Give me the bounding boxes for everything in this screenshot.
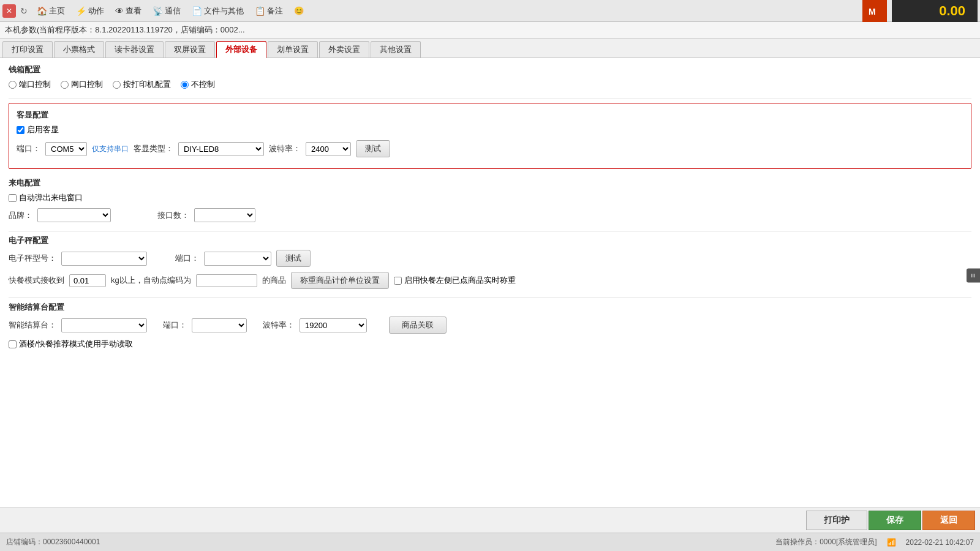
file-icon: 📄: [192, 6, 202, 16]
cashbox-printer-input[interactable]: [113, 81, 121, 89]
cashbox-title: 钱箱配置: [9, 64, 971, 75]
menu-smiley[interactable]: 😊: [289, 4, 309, 17]
cashbox-none-radio[interactable]: 不控制: [181, 79, 215, 90]
scale-config-row: 电子秤型号： 端口： 测试: [9, 250, 971, 267]
menu-main[interactable]: 🏠 主页: [32, 4, 70, 18]
auto-popup-input[interactable]: [9, 194, 17, 202]
fast-mode-code-input[interactable]: [196, 274, 257, 287]
right-side-tab[interactable]: ≡: [967, 268, 980, 282]
tab-cardreader[interactable]: 读卡器设置: [105, 41, 164, 58]
smart-checkout-baud-select[interactable]: 9600 19200 38400 115200: [300, 318, 367, 332]
divider-3: [9, 298, 971, 298]
brand-select[interactable]: [37, 208, 111, 222]
cashbox-none-input[interactable]: [181, 81, 189, 89]
footer-right-info: 当前操作员：0000[系统管理员] 📶 2022-02-21 10:42:07: [775, 537, 974, 547]
svg-text:M: M: [869, 7, 876, 17]
refresh-button[interactable]: ↻: [17, 4, 31, 18]
smart-checkout-device-label: 智能结算台：: [9, 320, 56, 331]
title-bar: 本机参数(当前程序版本：8.1.20220113.119720，店铺编码：000…: [0, 22, 980, 39]
fast-left-checkbox[interactable]: 启用快餐左侧已点商品实时称重: [394, 275, 516, 286]
print-button[interactable]: 打印护: [806, 511, 867, 530]
footer-actions: 打印护 保存 返回: [0, 508, 980, 533]
tab-print[interactable]: 打印设置: [2, 41, 53, 58]
fast-mode-prefix: 快餐模式接收到: [9, 275, 64, 286]
weight-setting-button[interactable]: 称重商品计价单位设置: [291, 272, 389, 289]
tab-bar: 打印设置 小票格式 读卡器设置 双屏设置 外部设备 划单设置 外卖设置 其他设置: [0, 39, 980, 58]
menu-file[interactable]: 📄 文件与其他: [187, 4, 249, 18]
incoming-call-section: 来电配置 自动弹出来电窗口 品牌： 接口数：: [9, 178, 971, 222]
menu-backup[interactable]: 📋 备注: [250, 4, 288, 18]
type-label: 客显类型：: [134, 143, 173, 154]
product-link-button[interactable]: 商品关联: [389, 317, 447, 334]
save-button[interactable]: 保存: [869, 511, 921, 530]
customer-display-config-row: 端口： COM5 COM1 COM2 COM3 COM4 COM6 仅支持串口 …: [17, 140, 963, 157]
manual-fetch-input[interactable]: [9, 340, 17, 348]
close-button[interactable]: ✕: [2, 4, 16, 18]
scale-port-select[interactable]: [204, 252, 271, 266]
window-title: 本机参数(当前程序版本：8.1.20220113.119720，店铺编码：000…: [5, 24, 245, 36]
customer-display-enable-row: 启用客显: [17, 124, 963, 135]
smart-checkout-device-select[interactable]: [61, 318, 147, 332]
scale-model-select[interactable]: [61, 252, 147, 266]
brand-label: 品牌：: [9, 210, 32, 221]
cashbox-network-input[interactable]: [61, 81, 69, 89]
fast-left-input[interactable]: [394, 277, 402, 285]
manual-fetch-row: 酒楼/快餐推荐模式使用手动读取: [9, 339, 971, 350]
app-logo: M: [862, 0, 887, 23]
scale-model-label: 电子秤型号：: [9, 253, 56, 264]
smart-checkout-port-label: 端口：: [163, 320, 187, 331]
auto-popup-checkbox[interactable]: 自动弹出来电窗口: [9, 192, 83, 203]
cashbox-port-radio[interactable]: 端口控制: [9, 79, 51, 90]
tab-takeout[interactable]: 外卖设置: [319, 41, 369, 58]
port-label: 端口：: [17, 143, 40, 154]
customer-display-section: 客显配置 启用客显 端口： COM5 COM1 COM2 COM3 COM4 C…: [9, 103, 971, 169]
fast-mode-mid: kg以上，自动点编码为: [111, 275, 191, 286]
customer-display-enable-checkbox[interactable]: 启用客显: [17, 124, 59, 135]
fast-mode-value-input[interactable]: [69, 274, 106, 287]
main-content: 钱箱配置 端口控制 网口控制 按打印机配置 不控制 客显配置: [0, 58, 980, 508]
home-icon: 🏠: [37, 6, 47, 16]
incoming-call-config-row: 品牌： 接口数：: [9, 208, 971, 222]
smart-checkout-port-select[interactable]: [192, 318, 247, 332]
tab-receipt[interactable]: 小票格式: [54, 41, 104, 58]
cashbox-printer-radio[interactable]: 按打印机配置: [113, 79, 171, 90]
cashbox-section: 钱箱配置 端口控制 网口控制 按打印机配置 不控制: [9, 64, 971, 90]
divider-2: [9, 231, 971, 231]
smart-checkout-baud-label: 波特率：: [263, 320, 295, 331]
menu-view[interactable]: 👁 查看: [110, 4, 146, 18]
customer-display-port-select[interactable]: COM5 COM1 COM2 COM3 COM4 COM6: [45, 142, 87, 156]
backup-icon: 📋: [255, 6, 265, 16]
datetime-info: 2022-02-21 10:42:07: [906, 538, 974, 547]
footer: 打印护 保存 返回 店铺编码：00023600440001 当前操作员：0000…: [0, 508, 980, 551]
incoming-call-title: 来电配置: [9, 178, 971, 189]
divider-1: [9, 99, 971, 99]
customer-display-enable-input[interactable]: [17, 126, 24, 134]
top-menubar: ✕ ↻ 🏠 主页 ⚡ 动作 👁 查看 📡 通信 📄 文件与其他 📋 备注 😊 M…: [0, 0, 980, 22]
bottom-bar: 店铺编码：00023600440001 当前操作员：0000[系统管理员] 📶 …: [0, 533, 980, 551]
smart-checkout-config-row: 智能结算台： 端口： 波特率： 9600 19200 38400 115200 …: [9, 317, 971, 334]
comm-icon: 📡: [153, 6, 163, 16]
scale-section: 电子秤配置 电子秤型号： 端口： 测试 快餐模式接收到 kg以上，自动点编码为 …: [9, 235, 971, 289]
port-count-label: 接口数：: [157, 210, 189, 221]
return-button[interactable]: 返回: [922, 511, 975, 530]
cashbox-port-input[interactable]: [9, 81, 17, 89]
manual-fetch-checkbox[interactable]: 酒楼/快餐推荐模式使用手动读取: [9, 339, 133, 350]
tab-dualscreen[interactable]: 双屏设置: [165, 41, 215, 58]
scale-test-button[interactable]: 测试: [276, 250, 311, 267]
fast-mode-row: 快餐模式接收到 kg以上，自动点编码为 的商品 称重商品计价单位设置 启用快餐左…: [9, 272, 971, 289]
port-count-select[interactable]: [194, 208, 255, 222]
tab-external[interactable]: 外部设备: [216, 41, 266, 58]
tab-single[interactable]: 划单设置: [268, 41, 318, 58]
customer-display-test-button[interactable]: 测试: [356, 140, 390, 157]
tab-other[interactable]: 其他设置: [371, 41, 421, 58]
cashbox-network-radio[interactable]: 网口控制: [61, 79, 103, 90]
customer-display-type-select[interactable]: DIY-LED8 VFD LCD: [178, 142, 264, 156]
operator-info: 当前操作员：0000[系统管理员]: [775, 537, 876, 547]
baud-label: 波特率：: [269, 143, 301, 154]
action-icon: ⚡: [76, 6, 86, 16]
customer-display-baud-select[interactable]: 2400 4800 9600 19200 38400 115200: [306, 142, 351, 156]
view-icon: 👁: [115, 6, 124, 16]
menu-communication[interactable]: 📡 通信: [148, 4, 186, 18]
menu-action[interactable]: ⚡ 动作: [71, 4, 109, 18]
port-hint: 仅支持串口: [92, 144, 129, 154]
